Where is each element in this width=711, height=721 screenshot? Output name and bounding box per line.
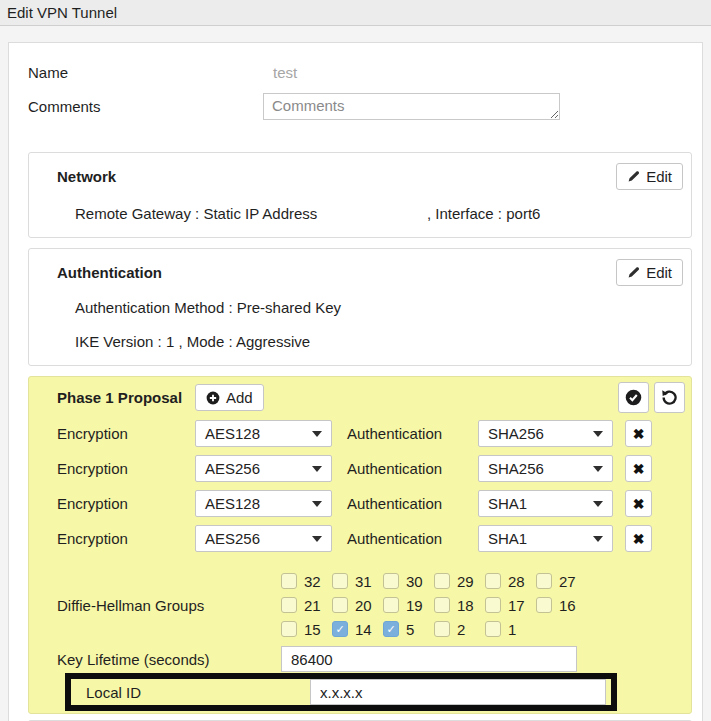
chevron-down-icon: [312, 431, 322, 437]
remove-proposal-button[interactable]: ✖: [625, 525, 652, 552]
dh-groups-block: Diffie-Hellman Groups 323130292827212019…: [57, 569, 685, 641]
encryption-select[interactable]: AES128: [195, 490, 332, 517]
dh-group-checkbox[interactable]: [281, 573, 297, 589]
dh-group-item: ✓5: [383, 621, 434, 638]
remote-gateway-summary: Remote Gateway : Static IP Address: [75, 204, 427, 223]
dh-group-number: 15: [304, 621, 321, 638]
dh-group-item: 30: [383, 573, 434, 590]
encryption-value: AES256: [205, 530, 260, 547]
remove-proposal-button[interactable]: ✖: [625, 490, 652, 517]
phase1-proposal-rows: EncryptionAES128AuthenticationSHA256✖Enc…: [57, 420, 685, 552]
encryption-select[interactable]: AES256: [195, 525, 332, 552]
dh-group-item: 20: [332, 597, 383, 614]
authentication-label: Authentication: [332, 460, 478, 477]
close-icon: ✖: [633, 531, 645, 547]
authentication-value: SHA256: [488, 425, 544, 442]
key-lifetime-label: Key Lifetime (seconds): [57, 651, 281, 668]
dh-group-number: 27: [559, 573, 576, 590]
dh-group-item: 2: [434, 621, 485, 638]
authentication-value: SHA1: [488, 530, 527, 547]
dh-group-checkbox[interactable]: [281, 621, 297, 637]
dh-group-checkbox[interactable]: [485, 621, 501, 637]
dh-group-checkbox[interactable]: [332, 573, 348, 589]
authentication-select[interactable]: SHA1: [478, 525, 613, 552]
phase1-proposal-title: Phase 1 Proposal: [57, 389, 195, 406]
encryption-select[interactable]: AES256: [195, 455, 332, 482]
authentication-label: Authentication: [332, 530, 478, 547]
dh-groups-grid: 32313029282721201918171615✓14✓521: [281, 569, 587, 641]
dh-group-checkbox[interactable]: ✓: [332, 621, 348, 637]
comments-input[interactable]: [263, 93, 560, 120]
dh-group-checkbox[interactable]: [536, 597, 552, 613]
dh-group-number: 28: [508, 573, 525, 590]
dh-group-checkbox[interactable]: [281, 597, 297, 613]
encryption-value: AES128: [205, 425, 260, 442]
authentication-select[interactable]: SHA256: [478, 455, 613, 482]
dh-group-item: 32: [281, 573, 332, 590]
dh-group-row: 15✓14✓521: [281, 617, 587, 641]
key-lifetime-row: Key Lifetime (seconds): [57, 646, 685, 672]
check-circle-icon: [625, 389, 642, 406]
key-lifetime-input[interactable]: [281, 646, 577, 672]
encryption-select[interactable]: AES128: [195, 420, 332, 447]
dh-group-checkbox[interactable]: [434, 573, 450, 589]
chevron-down-icon: [312, 466, 322, 472]
network-summary: Remote Gateway : Static IP Address , Int…: [57, 204, 683, 223]
authentication-select[interactable]: SHA256: [478, 420, 613, 447]
authentication-value: SHA256: [488, 460, 544, 477]
phase1-proposal-section: Phase 1 Proposal Add: [28, 376, 692, 714]
network-section-title: Network: [57, 168, 116, 185]
dh-group-number: 29: [457, 573, 474, 590]
authentication-edit-button[interactable]: Edit: [616, 259, 683, 286]
dh-group-checkbox[interactable]: [332, 597, 348, 613]
network-edit-label: Edit: [646, 168, 672, 185]
encryption-value: AES128: [205, 495, 260, 512]
dh-group-checkbox[interactable]: [383, 597, 399, 613]
dh-group-item: 18: [434, 597, 485, 614]
dh-group-number: 19: [406, 597, 423, 614]
network-edit-button[interactable]: Edit: [616, 163, 683, 190]
dh-group-number: 14: [355, 621, 372, 638]
phase1-proposal-row: EncryptionAES256AuthenticationSHA1✖: [57, 525, 685, 552]
add-proposal-label: Add: [226, 389, 253, 406]
dh-group-number: 30: [406, 573, 423, 590]
dh-group-checkbox[interactable]: [434, 597, 450, 613]
dh-group-number: 32: [304, 573, 321, 590]
revert-button[interactable]: [654, 382, 685, 413]
comments-label: Comments: [28, 98, 263, 115]
name-value: test: [263, 64, 297, 81]
accept-button[interactable]: [618, 382, 649, 413]
dh-group-item: 19: [383, 597, 434, 614]
pencil-icon: [627, 266, 640, 279]
dh-group-item: 21: [281, 597, 332, 614]
dh-group-checkbox[interactable]: [536, 573, 552, 589]
dh-groups-label: Diffie-Hellman Groups: [57, 597, 281, 614]
dh-group-checkbox[interactable]: [485, 597, 501, 613]
remove-proposal-button[interactable]: ✖: [625, 420, 652, 447]
add-proposal-button[interactable]: Add: [195, 384, 264, 411]
chevron-down-icon: [593, 536, 603, 542]
dh-group-item: 17: [485, 597, 536, 614]
phase1-proposal-row: EncryptionAES128AuthenticationSHA256✖: [57, 420, 685, 447]
local-id-input[interactable]: [310, 679, 606, 705]
authentication-select[interactable]: SHA1: [478, 490, 613, 517]
dh-group-item: 27: [536, 573, 587, 590]
dh-group-checkbox[interactable]: [485, 573, 501, 589]
pencil-icon: [627, 170, 640, 183]
dh-group-number: 18: [457, 597, 474, 614]
encryption-label: Encryption: [57, 425, 195, 442]
dh-group-item: 16: [536, 597, 587, 614]
remove-proposal-button[interactable]: ✖: [625, 455, 652, 482]
dh-group-number: 5: [406, 621, 414, 638]
dh-group-number: 31: [355, 573, 372, 590]
dh-group-row: 212019181716: [281, 593, 587, 617]
dh-group-checkbox[interactable]: [434, 621, 450, 637]
dh-group-item: 29: [434, 573, 485, 590]
dh-group-number: 20: [355, 597, 372, 614]
dh-group-number: 2: [457, 621, 465, 638]
dh-group-checkbox[interactable]: ✓: [383, 621, 399, 637]
page-title: Edit VPN Tunnel: [0, 0, 711, 26]
dh-group-item: ✓14: [332, 621, 383, 638]
dh-group-checkbox[interactable]: [383, 573, 399, 589]
dh-group-item: 28: [485, 573, 536, 590]
